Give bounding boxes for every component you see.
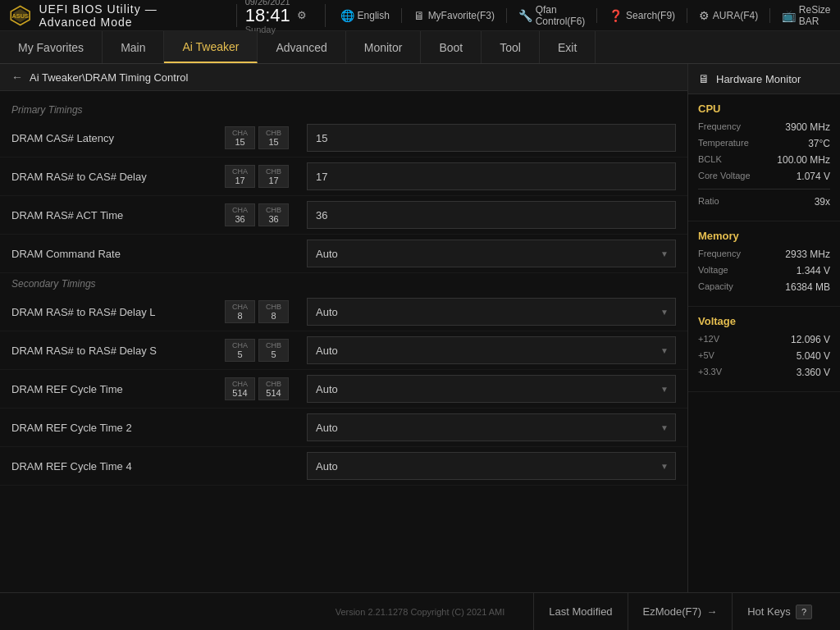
myfav-icon: 🖥 [413,9,425,22]
search-icon: ❓ [609,9,623,22]
hw-section-voltage: Voltage +12V 12.096 V +5V 5.040 V +3.3V … [688,307,840,392]
hot-keys-button[interactable]: Hot Keys ? [732,593,827,630]
asus-logo-icon: ASUS [8,2,32,29]
back-icon[interactable]: ← [11,71,23,84]
cpu-temperature-row: Temperature 37°C [698,138,830,149]
utility-myfavorite[interactable]: 🖥 MyFavorite(F3) [413,9,495,22]
time-display: 18:41 [245,7,290,25]
sep-v-4 [687,8,687,23]
nav-tool-label: Tool [500,41,521,54]
footer: Version 2.21.1278 Copyright (C) 2021 AMI… [0,592,840,630]
right-panel: 🖥 Hardware Monitor CPU Frequency 3900 MH… [688,64,840,592]
ez-mode-label: EzMode(F7) [643,605,702,618]
volt-33v-row: +3.3V 3.360 V [698,367,830,378]
memory-section-title: Memory [698,230,830,242]
mem-frequency-label: Frequency [698,249,741,260]
hot-keys-key: ? [796,605,812,619]
utility-qfan-label: Qfan Control(F6) [536,4,586,27]
utility-aura[interactable]: ⚙ AURA(F4) [699,9,758,22]
nav-monitor-label: Monitor [364,41,403,54]
dram-ras-ras-l-value[interactable]: Auto ▼ [307,298,676,326]
cpu-bclk-label: BCLK [698,154,722,166]
nav-exit[interactable]: Exit [540,31,596,63]
cha-badge-ras-act: CHA 36 [225,203,255,226]
nav-my-favorites-label: My Favorites [18,41,84,54]
cpu-core-voltage-value: 1.074 V [797,171,830,182]
row-dram-ras-act: DRAM RAS# ACT Time CHA 36 CHB 36 36 [0,196,687,235]
utility-aura-label: AURA(F4) [713,10,758,21]
volt-12v-value: 12.096 V [791,334,830,345]
hw-monitor-title-text: Hardware Monitor [716,73,801,85]
sep-v-3 [596,8,597,23]
cpu-core-voltage-label: Core Voltage [698,171,751,182]
dram-cas-latency-value[interactable]: 15 [307,124,676,152]
utility-search[interactable]: ❓ Search(F9) [609,9,675,22]
separator-1 [236,4,237,27]
dram-ref-cycle-value[interactable]: Auto ▼ [307,375,676,403]
dropdown-arrow-ras-ras-l: ▼ [660,308,669,317]
dram-ref-cycle-2-value[interactable]: Auto ▼ [307,413,676,441]
secondary-timings-label: Secondary Timings [0,273,687,293]
volt-12v-row: +12V 12.096 V [698,334,830,345]
row-dram-ref-cycle-2: DRAM REF Cycle Time 2 Auto ▼ [0,409,687,447]
nav-boot[interactable]: Boot [421,31,482,63]
globe-icon: 🌐 [340,9,354,22]
nav-tool[interactable]: Tool [482,31,540,63]
nav-exit-label: Exit [558,41,577,54]
utility-english[interactable]: 🌐 English [340,9,390,22]
row-dram-ras-cas: DRAM RAS# to CAS# Delay CHA 17 CHB 17 17 [0,158,687,196]
nav-ai-tweaker[interactable]: Ai Tweaker [164,31,258,63]
nav-advanced[interactable]: Advanced [258,31,345,63]
dram-command-rate-value[interactable]: Auto ▼ [307,240,676,267]
nav-boot-label: Boot [439,41,463,54]
dram-ras-act-name: DRAM RAS# ACT Time [11,209,225,221]
utility-qfan[interactable]: 🔧 Qfan Control(F6) [518,4,586,27]
volt-33v-value: 3.360 V [797,367,830,378]
cpu-ratio-value: 39x [815,196,830,208]
chb-badge-cas: CHB 15 [258,126,289,149]
mem-capacity-label: Capacity [698,281,733,293]
cha-badge-ras-ras-s: CHA 5 [225,339,255,362]
dram-ras-cas-value[interactable]: 17 [307,162,676,190]
cpu-frequency-label: Frequency [698,121,741,133]
cpu-core-voltage-row: Core Voltage 1.074 V [698,171,830,182]
dram-command-rate-name: DRAM Command Rate [11,248,225,260]
dram-ras-act-value[interactable]: 36 [307,201,676,229]
nav-my-favorites[interactable]: My Favorites [0,31,103,63]
cpu-frequency-value: 3900 MHz [785,121,830,133]
dram-ras-ras-l-name: DRAM RAS# to RAS# Delay L [11,306,225,318]
mem-voltage-value: 1.344 V [797,265,830,276]
last-modified-button[interactable]: Last Modified [533,593,627,630]
last-modified-label: Last Modified [549,605,612,618]
dram-ras-ras-s-name: DRAM RAS# to RAS# Delay S [11,345,225,357]
ez-mode-button[interactable]: EzMode(F7) → [628,593,733,630]
dram-ref-cycle-4-value[interactable]: Auto ▼ [307,452,676,480]
dram-ref-cycle-2-name: DRAM REF Cycle Time 2 [11,422,225,434]
nav-ai-tweaker-label: Ai Tweaker [182,40,239,53]
cpu-bclk-value: 100.00 MHz [777,154,830,166]
settings-area: Primary Timings DRAM CAS# Latency CHA 15… [0,91,687,494]
utility-search-label: Search(F9) [626,10,675,21]
dropdown-arrow-ref-cycle-4: ▼ [660,462,669,471]
settings-gear-icon[interactable]: ⚙ [297,9,307,21]
chb-badge-ras-ras-s: CHB 5 [258,339,289,362]
dram-ras-cas-name: DRAM RAS# to CAS# Delay [11,171,225,183]
cpu-ratio-label: Ratio [698,196,719,208]
chb-badge-ras-act: CHB 36 [258,203,289,226]
cha-badge-ras-ras-l: CHA 8 [225,300,255,323]
volt-12v-label: +12V [698,334,719,345]
nav-main[interactable]: Main [103,31,164,63]
row-dram-ras-ras-s: DRAM RAS# to RAS# Delay S CHA 5 CHB 5 Au… [0,331,687,370]
dram-ras-ras-s-value[interactable]: Auto ▼ [307,336,676,364]
utility-resize[interactable]: 📺 ReSize BAR [782,4,832,27]
nav-bar: My Favorites Main Ai Tweaker Advanced Mo… [0,31,840,64]
left-panel: ← Ai Tweaker\DRAM Timing Control Primary… [0,64,688,592]
hw-section-memory: Memory Frequency 2933 MHz Voltage 1.344 … [688,221,840,307]
dram-cas-latency-name: DRAM CAS# Latency [11,132,225,144]
bios-title: UEFI BIOS Utility — Advanced Mode [39,2,214,29]
cpu-bclk-row: BCLK 100.00 MHz [698,154,830,166]
chb-badge-ref-cycle: CHB 514 [258,377,289,400]
voltage-section-title: Voltage [698,315,830,327]
volt-5v-row: +5V 5.040 V [698,350,830,362]
nav-monitor[interactable]: Monitor [346,31,422,63]
